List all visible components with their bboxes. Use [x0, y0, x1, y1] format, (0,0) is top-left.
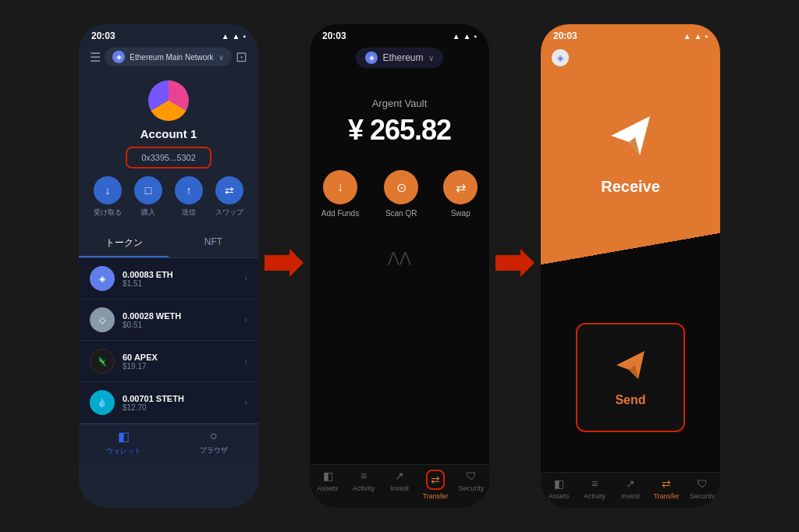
svg-marker-4 [616, 351, 645, 379]
s1-bottom-nav: ◧ ウォレット ○ ブラウザ [79, 424, 258, 464]
scan-qr-label: Scan QR [385, 209, 417, 218]
s3-security-label: Security [690, 492, 716, 500]
s3-eth-indicator: ◈ [552, 49, 569, 66]
network-arrow-icon: ∨ [218, 53, 224, 62]
apex-token-arrow: › [244, 356, 247, 367]
send-btn[interactable]: ↑ [175, 176, 203, 204]
svg-marker-1 [495, 249, 534, 277]
s3-eth-icon: ◈ [552, 49, 569, 66]
s2-nav-security[interactable]: 🛡 Security [453, 470, 489, 500]
receive-label: Receive [601, 178, 660, 196]
hamburger-icon[interactable]: ☰ [90, 50, 101, 65]
send-label: Send [615, 393, 645, 407]
token-list: ◈ 0.00083 ETH $1.51 › ◇ 0.00028 WETH $0.… [79, 258, 258, 424]
swap-btn[interactable]: ⇄ [215, 176, 243, 204]
screenshots-container: 20:03 ▲ ▲ ▪ ☰ ◈ Ethereum Main Network ∨ … [0, 0, 799, 532]
wifi-icon-3: ▲ [694, 32, 702, 41]
eth-token-icon: ◈ [90, 266, 115, 291]
status-time-2: 20:03 [322, 30, 346, 41]
token-item-apex[interactable]: 🦎 60 APEX $19.17 › [79, 341, 258, 382]
network-selector[interactable]: ◈ Ethereum Main Network ∨ [105, 48, 231, 66]
qr-scan-icon[interactable]: ⊡ [236, 48, 247, 66]
s2-nav-activity[interactable]: ≡ Activity [346, 470, 382, 500]
tab-tokens[interactable]: トークン [79, 230, 169, 257]
tab-nft[interactable]: NFT [169, 230, 258, 257]
status-time-3: 20:03 [553, 30, 577, 41]
s3-nav-activity[interactable]: ≡ Activity [577, 477, 613, 500]
weth-token-name: 0.00028 WETH [123, 311, 244, 321]
s3-nav-assets[interactable]: ◧ Assets [541, 477, 577, 500]
s3-transfer-icon: ⇄ [662, 477, 671, 490]
s2-transfer-label: Transfer [422, 492, 448, 500]
add-funds-btn[interactable]: ↓ [323, 170, 357, 204]
weth-token-icon: ◇ [90, 307, 115, 332]
s3-nav-invest[interactable]: ↗ Invest [613, 477, 648, 500]
s1-action-buy[interactable]: □ 購入 [134, 176, 162, 218]
weth-token-usd: $0.51 [123, 321, 244, 329]
balance-section: Argent Vault ¥ 265.82 [310, 74, 489, 162]
s3-nav-security[interactable]: 🛡 Security [684, 477, 720, 500]
send-icon [613, 348, 648, 385]
transfer-highlight-box: ⇄ [426, 470, 445, 490]
s1-tabs: トークン NFT [79, 230, 258, 258]
steth-token-icon: 💧 [90, 390, 115, 415]
s2-scan-qr[interactable]: ⊙ Scan QR [384, 170, 418, 218]
s2-swap[interactable]: ⇄ Swap [443, 170, 478, 218]
add-funds-label: Add Funds [321, 209, 359, 218]
status-icons-1: ▲ ▲ ▪ [222, 32, 246, 41]
s1-header: ☰ ◈ Ethereum Main Network ∨ ⊡ [79, 44, 258, 73]
weth-token-arrow: › [244, 314, 247, 325]
s2-swap-btn[interactable]: ⇄ [443, 170, 478, 204]
s3-nav-transfer[interactable]: ⇄ Transfer [648, 477, 684, 500]
wifi-icon-1: ▲ [233, 32, 240, 41]
status-bar-2: 20:03 ▲ ▲ ▪ [310, 24, 489, 44]
vault-name: Argent Vault [372, 98, 428, 109]
s1-action-receive[interactable]: ↓ 受け取る [94, 176, 122, 218]
receive-btn[interactable]: ↓ [94, 176, 122, 204]
send-box[interactable]: Send [576, 323, 685, 432]
arrow-2 [495, 249, 534, 284]
s2-assets-label: Assets [317, 484, 338, 492]
s2-swap-label: Swap [451, 209, 471, 218]
apex-token-icon: 🦎 [90, 349, 115, 374]
s3-assets-label: Assets [548, 492, 569, 500]
receive-section[interactable]: Receive [541, 44, 720, 263]
token-item-eth[interactable]: ◈ 0.00083 ETH $1.51 › [79, 258, 258, 300]
steth-token-name: 0.00701 STETH [123, 394, 244, 403]
buy-label: 購入 [141, 207, 155, 218]
s2-nav-transfer[interactable]: ⇄ Transfer [417, 470, 453, 500]
s1-action-swap[interactable]: ⇄ スワップ [215, 176, 243, 218]
signal-icon-1: ▲ [222, 32, 229, 41]
eth-token-info: 0.00083 ETH $1.51 [123, 270, 244, 288]
scan-qr-btn[interactable]: ⊙ [384, 170, 418, 204]
s2-activity-label: Activity [353, 484, 375, 492]
steth-token-info: 0.00701 STETH $12.70 [123, 394, 244, 412]
token-item-weth[interactable]: ◇ 0.00028 WETH $0.51 › [79, 300, 258, 341]
eth-token-usd: $1.51 [123, 279, 244, 288]
s1-action-send[interactable]: ↑ 送信 [175, 176, 203, 218]
status-icons-2: ▲ ▲ ▪ [453, 32, 477, 41]
buy-btn[interactable]: □ [134, 176, 162, 204]
battery-icon-2: ▪ [474, 32, 477, 41]
eth-token-name: 0.00083 ETH [123, 270, 244, 279]
apex-token-usd: $19.17 [123, 362, 244, 371]
s2-action-buttons: ↓ Add Funds ⊙ Scan QR ⇄ Swap [310, 162, 489, 233]
nav-browser[interactable]: ○ ブラウザ [169, 429, 258, 456]
phone-screen-3: 20:03 ▲ ▲ ▪ ◈ Receive [541, 24, 720, 508]
s2-add-funds[interactable]: ↓ Add Funds [321, 170, 359, 218]
address-box[interactable]: 0x3395...5302 [126, 147, 211, 168]
nav-wallet[interactable]: ◧ ウォレット [79, 429, 169, 456]
diagonal-divider [541, 233, 720, 264]
s2-nav-assets[interactable]: ◧ Assets [310, 470, 346, 500]
s2-activity-icon: ≡ [360, 470, 367, 482]
browser-nav-icon: ○ [210, 429, 218, 443]
s2-nav-invest[interactable]: ↗ Invest [382, 470, 417, 500]
token-item-steth[interactable]: 💧 0.00701 STETH $12.70 › [79, 382, 258, 424]
s2-invest-icon: ↗ [395, 470, 404, 482]
s2-invest-label: Invest [390, 484, 409, 492]
account-name: Account 1 [140, 127, 197, 140]
s3-bottom-nav: ◧ Assets ≡ Activity ↗ Invest ⇄ Transfer … [541, 472, 720, 508]
s2-header: ◈ Ethereum ∨ [310, 44, 489, 74]
eth-network-badge[interactable]: ◈ Ethereum ∨ [356, 48, 442, 68]
s3-invest-icon: ↗ [626, 477, 635, 490]
